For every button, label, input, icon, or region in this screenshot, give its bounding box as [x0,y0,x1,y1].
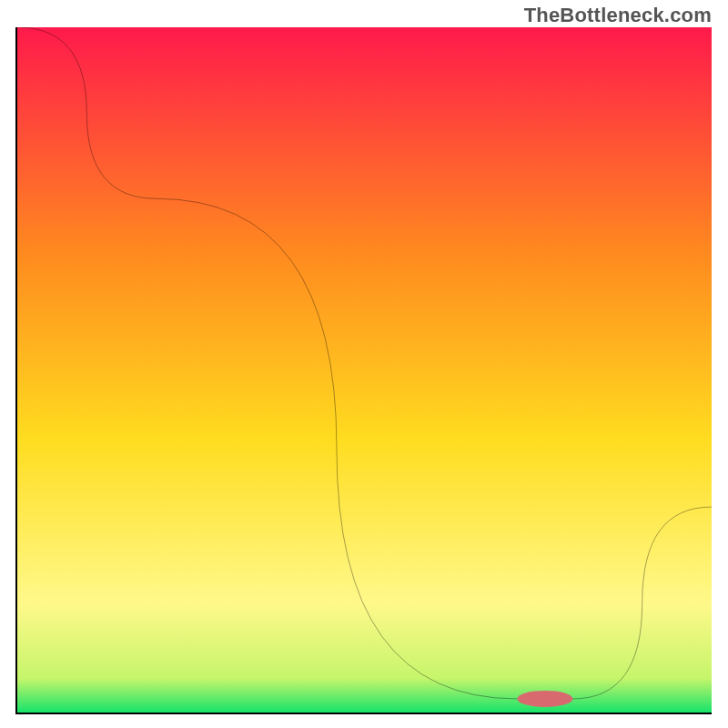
plot-area [15,27,712,714]
watermark-text: TheBottleneck.com [524,4,712,27]
x-axis [15,713,712,714]
svg-point-1 [517,691,572,707]
chart-stage: TheBottleneck.com [0,0,728,728]
optimum-marker [17,27,712,713]
y-axis [15,27,17,714]
